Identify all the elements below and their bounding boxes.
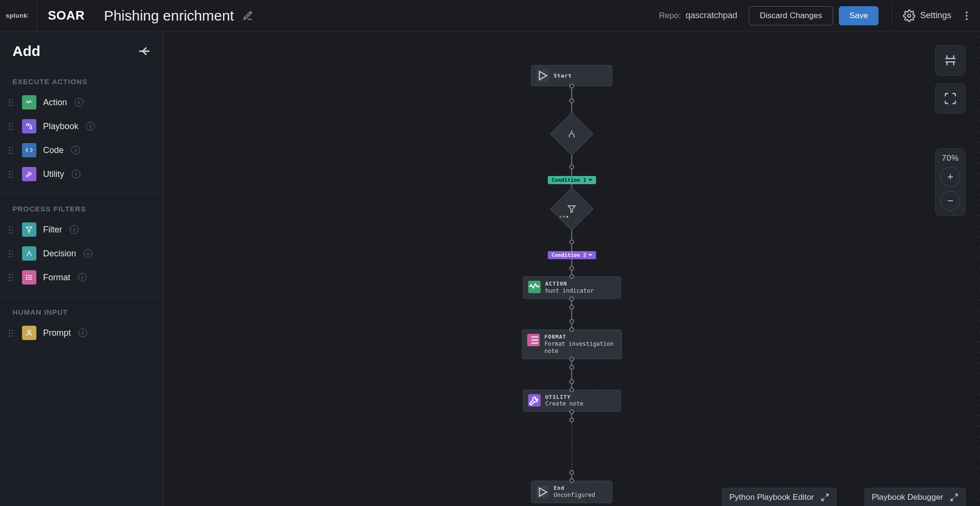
section-human-label: HUMAN INPUT <box>0 299 163 321</box>
playbook-title: Phishing enrichment <box>104 8 234 24</box>
node-detail: Format investigation <box>545 341 614 348</box>
start-node-icon <box>536 69 549 82</box>
debugger-toggle[interactable]: Playbook Debugger <box>865 488 966 506</box>
gear-icon[interactable] <box>903 10 915 22</box>
info-icon[interactable]: i <box>86 122 95 131</box>
svg-line-19 <box>822 498 824 500</box>
filter-icon <box>22 222 36 237</box>
repo-value: qascratchpad <box>686 11 737 21</box>
brand-logo[interactable]: splunk> <box>0 0 37 31</box>
drag-handle-icon[interactable] <box>9 99 15 106</box>
node-kind: FORMAT <box>545 334 614 341</box>
node-utility[interactable]: UTILITY Create note <box>523 390 621 412</box>
sidebar-item-filter[interactable]: Filter i <box>0 218 163 242</box>
svg-point-10 <box>26 279 27 279</box>
filter-icon <box>567 204 577 214</box>
info-icon[interactable]: i <box>70 225 78 234</box>
format-icon <box>22 270 36 285</box>
svg-marker-13 <box>568 206 576 212</box>
node-kind: End <box>554 485 595 492</box>
sidebar-item-code[interactable]: Code i <box>0 138 163 162</box>
brand-text: splunk> <box>6 12 31 19</box>
save-button[interactable]: Save <box>839 6 879 25</box>
header-divider <box>892 5 892 26</box>
zoom-out-button[interactable]: − <box>940 191 960 211</box>
drag-handle-icon[interactable] <box>9 171 15 178</box>
zoom-in-button[interactable]: + <box>940 167 960 187</box>
sidebar-item-label: Utility <box>43 169 64 179</box>
node-end[interactable]: End Unconfigured <box>531 481 612 503</box>
node-filter[interactable] <box>550 187 594 231</box>
expand-icon <box>950 493 958 502</box>
sidebar-item-label: Format <box>43 273 70 283</box>
section-execute-label: EXECUTE ACTIONS <box>0 69 163 90</box>
sidebar-item-action[interactable]: Action i <box>0 90 163 114</box>
info-icon[interactable]: i <box>75 98 83 107</box>
info-icon[interactable]: i <box>78 273 87 282</box>
node-label: Start <box>554 73 572 79</box>
drag-handle-icon[interactable] <box>9 147 15 154</box>
drag-handle-icon[interactable] <box>9 226 15 233</box>
section-filters-label: PROCESS FILTERS <box>0 196 163 218</box>
prompt-icon <box>22 326 36 340</box>
auto-layout-button[interactable] <box>935 45 966 76</box>
decision-icon <box>22 246 36 261</box>
code-icon <box>22 143 36 157</box>
drag-handle-icon[interactable] <box>9 123 15 130</box>
svg-marker-12 <box>540 71 547 79</box>
svg-point-11 <box>28 330 30 333</box>
sidebar-item-label: Prompt <box>43 328 71 338</box>
edit-title-icon[interactable] <box>243 11 253 21</box>
sidebar-item-decision[interactable]: Decision i <box>0 242 163 265</box>
sidebar-item-prompt[interactable]: Prompt i <box>0 321 163 345</box>
svg-marker-4 <box>26 227 32 232</box>
zoom-controls: 70% + − <box>935 148 966 216</box>
format-icon <box>527 334 540 346</box>
condition-2-badge[interactable]: Condition 2 <box>548 251 596 259</box>
collapse-sidebar-icon[interactable] <box>137 44 152 58</box>
condition-1-badge[interactable]: Condition 1 <box>548 176 596 184</box>
svg-rect-3 <box>30 127 32 129</box>
playbook-canvas[interactable]: 70% + − Start Condition 1 <box>164 32 980 506</box>
flow-graph: Start Condition 1 Condition 2 <box>522 65 622 503</box>
drag-handle-icon[interactable] <box>9 250 15 257</box>
utility-icon <box>22 167 36 181</box>
info-icon[interactable]: i <box>84 249 92 258</box>
python-editor-toggle[interactable]: Python Playbook Editor <box>722 488 836 506</box>
svg-marker-17 <box>540 488 547 496</box>
info-icon[interactable]: i <box>72 170 80 178</box>
svg-line-21 <box>951 498 953 500</box>
drag-handle-icon[interactable] <box>9 330 15 337</box>
svg-point-8 <box>26 275 27 275</box>
node-decision-1[interactable] <box>550 112 594 156</box>
node-action[interactable]: ACTION hunt indicator <box>523 276 621 299</box>
utility-icon <box>528 394 541 407</box>
end-node-icon <box>536 486 549 498</box>
fit-view-button[interactable] <box>935 83 966 114</box>
sidebar-item-label: Action <box>43 98 67 108</box>
info-icon[interactable]: i <box>71 146 80 154</box>
action-icon <box>22 95 36 110</box>
node-detail: Unconfigured <box>554 492 595 499</box>
node-kind: UTILITY <box>546 394 583 401</box>
svg-rect-2 <box>27 124 29 126</box>
more-menu-icon[interactable] <box>961 10 972 22</box>
sidebar-item-format[interactable]: Format i <box>0 265 163 289</box>
info-icon[interactable]: i <box>78 329 87 337</box>
drag-handle-icon[interactable] <box>9 274 15 281</box>
sidebar-item-playbook[interactable]: Playbook i <box>0 114 163 138</box>
node-detail: note <box>545 348 614 355</box>
zoom-level: 70% <box>942 154 959 163</box>
discard-button[interactable]: Discard Changes <box>749 6 833 25</box>
sidebar-item-label: Code <box>43 145 64 155</box>
node-start[interactable]: Start <box>531 65 612 86</box>
sidebar-item-label: Filter <box>43 225 62 235</box>
sidebar-item-label: Playbook <box>43 121 78 132</box>
settings-label[interactable]: Settings <box>920 11 951 21</box>
action-icon <box>528 281 541 293</box>
add-sidebar: Add EXECUTE ACTIONS Action i Playbook i … <box>0 32 164 506</box>
sidebar-title: Add <box>12 43 40 59</box>
repo-label: Repo: <box>659 11 680 21</box>
node-format[interactable]: FORMAT Format investigation note <box>522 330 622 359</box>
sidebar-item-utility[interactable]: Utility i <box>0 162 163 186</box>
